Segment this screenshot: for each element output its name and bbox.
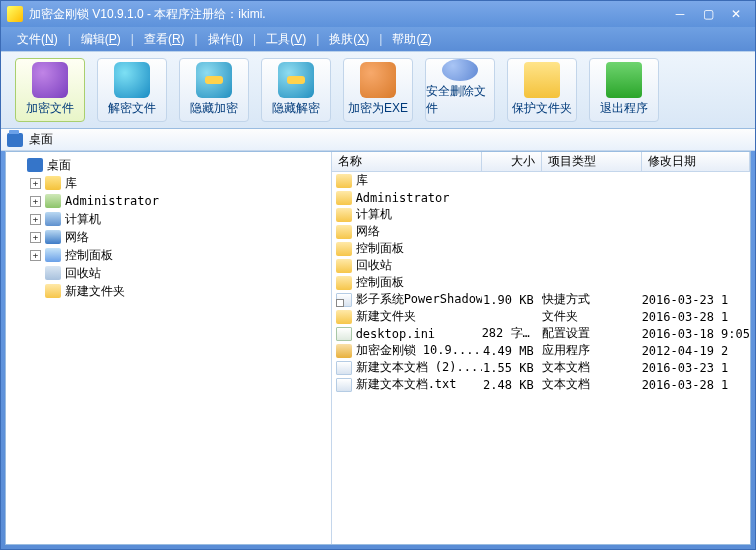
tree-expander[interactable]: +	[30, 250, 41, 261]
toolbtn-encrypt-exe[interactable]: 加密为EXE	[343, 58, 413, 122]
file-row[interactable]: 新建文本文档.txt2.48 KB文本文档2016-03-28 1	[332, 376, 750, 393]
file-row[interactable]: 新建文本文档 (2)....1.55 KB文本文档2016-03-23 1	[332, 359, 750, 376]
toolbtn-label: 安全删除文件	[426, 83, 494, 117]
menu-separator: |	[253, 32, 256, 46]
lnk-icon	[336, 293, 352, 307]
file-row[interactable]: Administrator	[332, 189, 750, 206]
file-row[interactable]: 网络	[332, 223, 750, 240]
close-button[interactable]: ✕	[723, 5, 749, 23]
toolbtn-label: 保护文件夹	[512, 100, 572, 117]
file-date: 2012-04-19 2	[642, 344, 750, 358]
file-name: Administrator	[356, 191, 450, 205]
tree-item[interactable]: 桌面	[8, 156, 329, 174]
file-size: 282 字节	[482, 325, 542, 342]
menu-edit[interactable]: 编辑(P)	[75, 29, 127, 50]
path-bar: 桌面	[1, 129, 755, 151]
folder-icon	[336, 174, 352, 188]
tree-label: 控制面板	[65, 247, 113, 264]
col-header-size[interactable]: 大小	[482, 152, 542, 171]
toolbtn-hide-decrypt[interactable]: 隐藏解密	[261, 58, 331, 122]
folder-icon	[336, 259, 352, 273]
col-header-date[interactable]: 修改日期	[642, 152, 750, 171]
tree-expander[interactable]: +	[30, 232, 41, 243]
lib-icon	[45, 176, 61, 190]
toolbtn-decrypt-file[interactable]: 解密文件	[97, 58, 167, 122]
path-label: 桌面	[29, 131, 53, 148]
file-row[interactable]: 库	[332, 172, 750, 189]
col-header-type[interactable]: 项目类型	[542, 152, 642, 171]
file-row[interactable]: desktop.ini282 字节配置设置2016-03-18 9:05	[332, 325, 750, 342]
tree-expander[interactable]: +	[30, 196, 41, 207]
hide-decrypt-icon	[278, 62, 314, 98]
tree-item[interactable]: +库	[8, 174, 329, 192]
file-icon	[336, 361, 352, 375]
menu-separator: |	[195, 32, 198, 46]
folder-icon	[336, 310, 352, 324]
tree-item[interactable]: +Administrator	[8, 192, 329, 210]
tree-item[interactable]: 回收站	[8, 264, 329, 282]
file-row[interactable]: 控制面板	[332, 240, 750, 257]
folder-tree[interactable]: 桌面+库+Administrator+计算机+网络+控制面板回收站新建文件夹	[6, 152, 332, 544]
file-name: 控制面板	[356, 274, 404, 291]
decrypt-file-icon	[114, 62, 150, 98]
toolbtn-label: 加密文件	[26, 100, 74, 117]
file-name: 控制面板	[356, 240, 404, 257]
menu-separator: |	[68, 32, 71, 46]
file-size: 1.55 KB	[482, 361, 542, 375]
menu-view[interactable]: 查看(R)	[138, 29, 191, 50]
menu-help[interactable]: 帮助(Z)	[386, 29, 437, 50]
file-name: 新建文本文档.txt	[356, 376, 457, 393]
menu-tools[interactable]: 工具(V)	[260, 29, 312, 50]
net-icon	[45, 230, 61, 244]
folder-icon	[336, 276, 352, 290]
file-name: 计算机	[356, 206, 392, 223]
toolbtn-label: 解密文件	[108, 100, 156, 117]
col-header-name[interactable]: 名称	[332, 152, 482, 171]
file-row[interactable]: 新建文件夹文件夹2016-03-28 1	[332, 308, 750, 325]
secure-delete-icon	[442, 59, 478, 81]
menu-separator: |	[316, 32, 319, 46]
maximize-button[interactable]: ▢	[695, 5, 721, 23]
file-row[interactable]: 影子系统PowerShadow1.90 KB快捷方式2016-03-23 1	[332, 291, 750, 308]
tree-label: 网络	[65, 229, 89, 246]
tree-label: 桌面	[47, 157, 71, 174]
toolbtn-secure-delete[interactable]: 安全删除文件	[425, 58, 495, 122]
toolbar: 加密文件解密文件隐藏加密隐藏解密加密为EXE安全删除文件保护文件夹退出程序	[1, 51, 755, 129]
file-type: 快捷方式	[542, 291, 642, 308]
file-date: 2016-03-28 1	[642, 378, 750, 392]
menubar: 文件(N)|编辑(P)|查看(R)|操作(I)|工具(V)|换肤(X)|帮助(Z…	[1, 27, 755, 51]
tree-expander[interactable]: +	[30, 178, 41, 189]
ini-icon	[336, 327, 352, 341]
tree-item[interactable]: +计算机	[8, 210, 329, 228]
menu-action[interactable]: 操作(I)	[202, 29, 249, 50]
tree-item[interactable]: 新建文件夹	[8, 282, 329, 300]
file-row[interactable]: 回收站	[332, 257, 750, 274]
file-list[interactable]: 库Administrator计算机网络控制面板回收站控制面板影子系统PowerS…	[332, 172, 750, 544]
exit-icon	[606, 62, 642, 98]
toolbtn-label: 加密为EXE	[348, 100, 408, 117]
folder-icon	[336, 191, 352, 205]
content-area: 桌面+库+Administrator+计算机+网络+控制面板回收站新建文件夹 名…	[5, 151, 751, 545]
file-type: 应用程序	[542, 342, 642, 359]
file-row[interactable]: 加密金刚锁 10.9....4.49 MB应用程序2012-04-19 2	[332, 342, 750, 359]
desktop-icon	[7, 133, 23, 147]
minimize-button[interactable]: ─	[667, 5, 693, 23]
toolbtn-encrypt-file[interactable]: 加密文件	[15, 58, 85, 122]
menu-file[interactable]: 文件(N)	[11, 29, 64, 50]
file-row[interactable]: 计算机	[332, 206, 750, 223]
tree-item[interactable]: +控制面板	[8, 246, 329, 264]
menu-skin[interactable]: 换肤(X)	[323, 29, 375, 50]
tree-expander[interactable]: +	[30, 214, 41, 225]
folder-icon	[336, 208, 352, 222]
toolbtn-label: 隐藏加密	[190, 100, 238, 117]
file-type: 文件夹	[542, 308, 642, 325]
file-row[interactable]: 控制面板	[332, 274, 750, 291]
toolbtn-hide-encrypt[interactable]: 隐藏加密	[179, 58, 249, 122]
menu-separator: |	[379, 32, 382, 46]
file-size: 2.48 KB	[482, 378, 542, 392]
toolbtn-exit[interactable]: 退出程序	[589, 58, 659, 122]
folder-icon	[336, 225, 352, 239]
tree-item[interactable]: +网络	[8, 228, 329, 246]
file-icon	[336, 378, 352, 392]
toolbtn-protect-folder[interactable]: 保护文件夹	[507, 58, 577, 122]
